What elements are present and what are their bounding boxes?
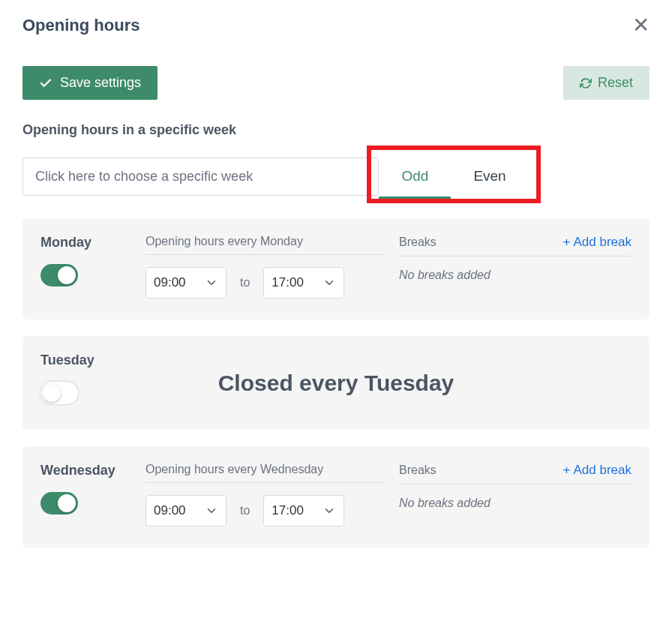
- breaks-label-monday: Breaks: [399, 236, 436, 249]
- hours-label-monday: Opening hours every Monday: [146, 235, 303, 248]
- close-icon: ✕: [632, 14, 650, 37]
- chevron-down-icon: [205, 504, 218, 518]
- reset-button[interactable]: Reset: [563, 66, 650, 100]
- week-picker-label: Opening hours in a specific week: [22, 122, 650, 138]
- close-time-value-wednesday: 17:00: [272, 503, 304, 518]
- no-breaks-text-monday: No breaks added: [399, 268, 632, 282]
- no-breaks-text-wednesday: No breaks added: [399, 496, 632, 510]
- add-break-button-wednesday[interactable]: + Add break: [563, 463, 632, 478]
- open-time-select-wednesday[interactable]: 09:00: [146, 495, 226, 526]
- reset-label: Reset: [598, 75, 633, 91]
- toggle-knob: [58, 494, 76, 512]
- check-icon: [39, 76, 52, 90]
- open-time-select-monday[interactable]: 09:00: [146, 267, 226, 298]
- chevron-down-icon: [205, 276, 218, 290]
- close-time-select-wednesday[interactable]: 17:00: [263, 495, 344, 526]
- refresh-icon: [580, 77, 592, 89]
- day-card-tuesday: Tuesday Closed every Tuesday: [22, 336, 650, 430]
- day-card-monday: Monday Opening hours every Monday 09:00 …: [22, 218, 650, 320]
- close-time-select-monday[interactable]: 17:00: [263, 267, 344, 298]
- close-time-value-monday: 17:00: [272, 275, 304, 290]
- page-title: Opening hours: [22, 16, 140, 35]
- day-name-monday: Monday: [40, 235, 130, 250]
- day-name-tuesday: Tuesday: [40, 352, 130, 368]
- closed-text-tuesday: Closed every Tuesday: [22, 370, 650, 396]
- toggle-wednesday[interactable]: [40, 492, 78, 514]
- tab-even[interactable]: Even: [451, 154, 528, 199]
- breaks-label-wednesday: Breaks: [399, 464, 436, 477]
- open-time-value-monday: 09:00: [154, 275, 186, 290]
- plus-icon: +: [563, 235, 571, 250]
- chevron-down-icon: [322, 504, 336, 518]
- save-settings-button[interactable]: Save settings: [22, 66, 158, 100]
- open-time-value-wednesday: 09:00: [154, 503, 186, 518]
- toggle-monday[interactable]: [40, 264, 78, 286]
- add-break-button-monday[interactable]: + Add break: [563, 235, 632, 250]
- to-label-wednesday: to: [240, 504, 250, 518]
- toggle-knob: [58, 266, 76, 284]
- add-break-label-monday: Add break: [574, 235, 632, 250]
- add-break-label-wednesday: Add break: [574, 463, 632, 478]
- day-name-wednesday: Wednesday: [40, 463, 130, 478]
- tabs-highlight-box: Odd Even: [367, 146, 540, 203]
- chevron-down-icon: [322, 276, 336, 290]
- day-card-wednesday: Wednesday Opening hours every Wednesday …: [22, 446, 650, 548]
- hours-label-wednesday: Opening hours every Wednesday: [146, 463, 323, 476]
- close-button[interactable]: ✕: [632, 15, 650, 36]
- week-tabs: Odd Even: [379, 154, 528, 199]
- week-picker-input[interactable]: [22, 158, 379, 196]
- tab-odd[interactable]: Odd: [379, 154, 451, 199]
- save-settings-label: Save settings: [60, 75, 141, 91]
- to-label-monday: to: [240, 276, 250, 290]
- plus-icon: +: [563, 463, 571, 478]
